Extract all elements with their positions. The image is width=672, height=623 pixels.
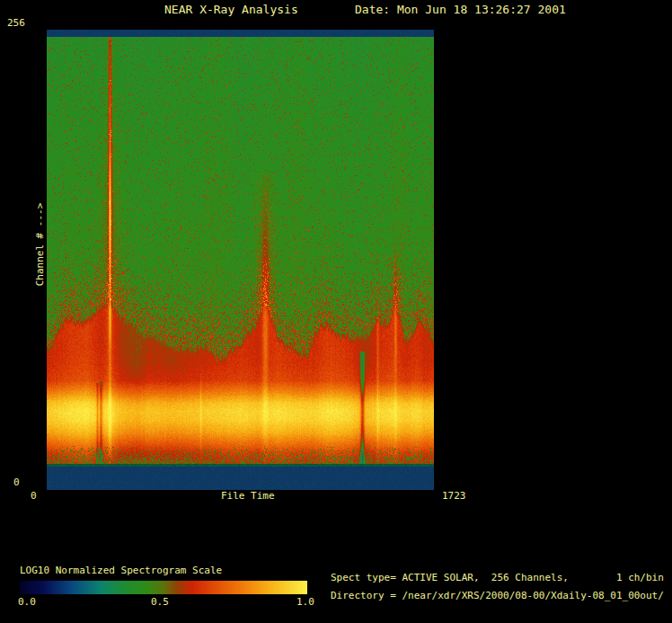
directory-line: Directory = /near/xdr/XRS/2000/08-00/Xda… — [331, 591, 664, 601]
y-axis-min-label: 0 — [13, 477, 20, 488]
y-axis-max-label: 256 — [7, 18, 25, 29]
y-axis-title: Channel # ---> — [34, 203, 46, 287]
spectrogram-plot-area — [47, 30, 434, 490]
x-axis-title: File Time — [221, 491, 275, 502]
colorbar-label: LOG10 Normalized Spectrogram Scale — [20, 565, 222, 576]
x-axis-min-label: 0 — [31, 491, 37, 502]
date-label: Date: Mon Jun 18 13:26:27 2001 — [355, 4, 566, 16]
app-window: { "window": { "title": "NEAR X-Ray Analy… — [0, 0, 672, 623]
page-title: NEAR X-Ray Analysis — [164, 4, 298, 16]
colorbar-gradient — [20, 581, 307, 594]
colorbar-tick-2: 1.0 — [296, 597, 314, 608]
spectrogram-canvas — [47, 30, 434, 490]
colorbar-tick-1: 0.5 — [151, 597, 169, 608]
colorbar-tick-0: 0.0 — [18, 597, 36, 608]
spect-type-line: Spect type= ACTIVE SOLAR, 256 Channels, … — [331, 573, 664, 583]
x-axis-max-label: 1723 — [442, 491, 466, 502]
